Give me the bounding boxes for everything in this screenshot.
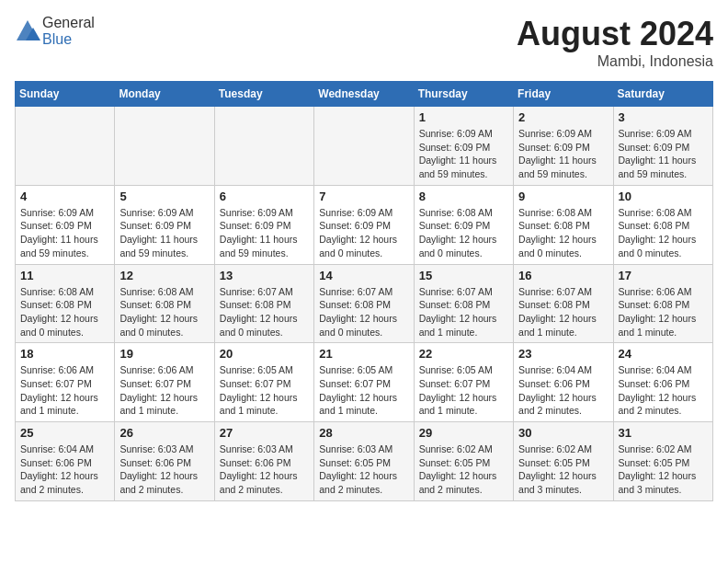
day-number: 5 (119, 190, 209, 203)
calendar-cell: 10Sunrise: 6:08 AMSunset: 6:08 PMDayligh… (613, 185, 712, 264)
day-info: Sunrise: 6:06 AMSunset: 6:08 PMDaylight:… (619, 285, 708, 339)
day-info: Sunrise: 6:08 AMSunset: 6:08 PMDaylight:… (518, 206, 608, 260)
day-info: Sunrise: 6:09 AMSunset: 6:09 PMDaylight:… (220, 206, 309, 260)
day-number: 13 (220, 269, 309, 282)
day-number: 7 (319, 190, 408, 203)
weekday-header-thursday: Thursday (414, 82, 513, 107)
day-number: 21 (319, 347, 408, 361)
day-number: 4 (20, 190, 109, 203)
day-info: Sunrise: 6:07 AMSunset: 6:08 PMDaylight:… (419, 285, 508, 339)
day-info: Sunrise: 6:05 AMSunset: 6:07 PMDaylight:… (319, 363, 408, 418)
day-info: Sunrise: 6:07 AMSunset: 6:08 PMDaylight:… (518, 285, 608, 339)
day-info: Sunrise: 6:07 AMSunset: 6:08 PMDaylight:… (220, 285, 309, 339)
page-header: General Blue August 2024 Mambi, Indonesi… (15, 15, 713, 70)
calendar-cell: 19Sunrise: 6:06 AMSunset: 6:07 PMDayligh… (115, 343, 214, 422)
calendar-subtitle: Mambi, Indonesia (517, 53, 713, 70)
day-info: Sunrise: 6:08 AMSunset: 6:08 PMDaylight:… (20, 285, 109, 339)
calendar-cell (314, 107, 414, 186)
calendar-cell: 22Sunrise: 6:05 AMSunset: 6:07 PMDayligh… (414, 343, 513, 422)
day-info: Sunrise: 6:02 AMSunset: 6:05 PMDaylight:… (619, 442, 708, 497)
day-number: 24 (619, 347, 708, 361)
calendar-table: SundayMondayTuesdayWednesdayThursdayFrid… (15, 81, 713, 501)
weekday-header-monday: Monday (115, 82, 214, 107)
day-info: Sunrise: 6:09 AMSunset: 6:09 PMDaylight:… (20, 206, 109, 260)
day-info: Sunrise: 6:03 AMSunset: 6:05 PMDaylight:… (319, 442, 408, 497)
week-row-3: 11Sunrise: 6:08 AMSunset: 6:08 PMDayligh… (16, 264, 713, 343)
calendar-cell: 27Sunrise: 6:03 AMSunset: 6:06 PMDayligh… (214, 422, 313, 501)
day-number: 6 (220, 190, 309, 203)
day-info: Sunrise: 6:08 AMSunset: 6:08 PMDaylight:… (119, 285, 209, 339)
calendar-cell: 18Sunrise: 6:06 AMSunset: 6:07 PMDayligh… (16, 343, 115, 422)
calendar-cell: 28Sunrise: 6:03 AMSunset: 6:05 PMDayligh… (314, 422, 414, 501)
weekday-header-row: SundayMondayTuesdayWednesdayThursdayFrid… (16, 82, 713, 107)
weekday-header-wednesday: Wednesday (314, 82, 414, 107)
calendar-cell: 30Sunrise: 6:02 AMSunset: 6:05 PMDayligh… (514, 422, 613, 501)
day-number: 17 (619, 269, 708, 282)
calendar-cell: 14Sunrise: 6:07 AMSunset: 6:08 PMDayligh… (314, 264, 414, 343)
title-block: August 2024 Mambi, Indonesia (517, 15, 713, 70)
day-info: Sunrise: 6:05 AMSunset: 6:07 PMDaylight:… (220, 363, 309, 418)
day-info: Sunrise: 6:06 AMSunset: 6:07 PMDaylight:… (119, 363, 209, 418)
day-number: 28 (319, 426, 408, 440)
calendar-cell: 15Sunrise: 6:07 AMSunset: 6:08 PMDayligh… (414, 264, 513, 343)
calendar-cell: 16Sunrise: 6:07 AMSunset: 6:08 PMDayligh… (514, 264, 613, 343)
week-row-1: 1Sunrise: 6:09 AMSunset: 6:09 PMDaylight… (16, 107, 713, 186)
day-number: 8 (419, 190, 508, 203)
day-number: 19 (119, 347, 209, 361)
calendar-cell: 7Sunrise: 6:09 AMSunset: 6:09 PMDaylight… (314, 185, 414, 264)
calendar-cell: 13Sunrise: 6:07 AMSunset: 6:08 PMDayligh… (214, 264, 313, 343)
day-info: Sunrise: 6:03 AMSunset: 6:06 PMDaylight:… (220, 442, 309, 497)
logo: General Blue (15, 15, 95, 48)
calendar-cell: 8Sunrise: 6:08 AMSunset: 6:09 PMDaylight… (414, 185, 513, 264)
calendar-cell (115, 107, 214, 186)
day-info: Sunrise: 6:06 AMSunset: 6:07 PMDaylight:… (20, 363, 109, 418)
calendar-cell: 31Sunrise: 6:02 AMSunset: 6:05 PMDayligh… (613, 422, 712, 501)
day-info: Sunrise: 6:09 AMSunset: 6:09 PMDaylight:… (419, 127, 508, 181)
day-number: 1 (419, 110, 508, 124)
day-number: 18 (20, 347, 109, 361)
day-number: 10 (619, 190, 708, 203)
day-number: 9 (518, 190, 608, 203)
calendar-cell: 3Sunrise: 6:09 AMSunset: 6:09 PMDaylight… (613, 107, 712, 186)
calendar-cell: 24Sunrise: 6:04 AMSunset: 6:06 PMDayligh… (613, 343, 712, 422)
day-number: 12 (119, 269, 209, 282)
calendar-cell: 21Sunrise: 6:05 AMSunset: 6:07 PMDayligh… (314, 343, 414, 422)
calendar-cell: 1Sunrise: 6:09 AMSunset: 6:09 PMDaylight… (414, 107, 513, 186)
day-info: Sunrise: 6:08 AMSunset: 6:08 PMDaylight:… (619, 206, 708, 260)
day-number: 23 (518, 347, 608, 361)
day-info: Sunrise: 6:04 AMSunset: 6:06 PMDaylight:… (20, 442, 109, 497)
calendar-cell: 2Sunrise: 6:09 AMSunset: 6:09 PMDaylight… (514, 107, 613, 186)
calendar-title: August 2024 (517, 15, 713, 53)
weekday-header-sunday: Sunday (16, 82, 115, 107)
day-number: 11 (20, 269, 109, 282)
day-info: Sunrise: 6:09 AMSunset: 6:09 PMDaylight:… (518, 127, 608, 181)
calendar-cell: 17Sunrise: 6:06 AMSunset: 6:08 PMDayligh… (613, 264, 712, 343)
day-number: 14 (319, 269, 408, 282)
day-number: 20 (220, 347, 309, 361)
week-row-5: 25Sunrise: 6:04 AMSunset: 6:06 PMDayligh… (16, 422, 713, 501)
day-info: Sunrise: 6:05 AMSunset: 6:07 PMDaylight:… (419, 363, 508, 418)
day-info: Sunrise: 6:04 AMSunset: 6:06 PMDaylight:… (619, 363, 708, 418)
logo-general-text: General (42, 15, 95, 30)
day-info: Sunrise: 6:08 AMSunset: 6:09 PMDaylight:… (419, 206, 508, 260)
day-number: 16 (518, 269, 608, 282)
day-number: 2 (518, 110, 608, 124)
calendar-cell: 23Sunrise: 6:04 AMSunset: 6:06 PMDayligh… (514, 343, 613, 422)
logo-blue-text: Blue (42, 31, 72, 47)
day-info: Sunrise: 6:02 AMSunset: 6:05 PMDaylight:… (419, 442, 508, 497)
calendar-cell (16, 107, 115, 186)
calendar-cell: 6Sunrise: 6:09 AMSunset: 6:09 PMDaylight… (214, 185, 313, 264)
day-info: Sunrise: 6:04 AMSunset: 6:06 PMDaylight:… (518, 363, 608, 418)
week-row-2: 4Sunrise: 6:09 AMSunset: 6:09 PMDaylight… (16, 185, 713, 264)
calendar-cell (214, 107, 313, 186)
day-number: 3 (619, 110, 708, 124)
calendar-cell: 25Sunrise: 6:04 AMSunset: 6:06 PMDayligh… (16, 422, 115, 501)
day-number: 15 (419, 269, 508, 282)
weekday-header-tuesday: Tuesday (214, 82, 313, 107)
day-info: Sunrise: 6:09 AMSunset: 6:09 PMDaylight:… (119, 206, 209, 260)
day-number: 30 (518, 426, 608, 440)
day-number: 25 (20, 426, 109, 440)
day-number: 27 (220, 426, 309, 440)
calendar-cell: 26Sunrise: 6:03 AMSunset: 6:06 PMDayligh… (115, 422, 214, 501)
weekday-header-friday: Friday (514, 82, 613, 107)
